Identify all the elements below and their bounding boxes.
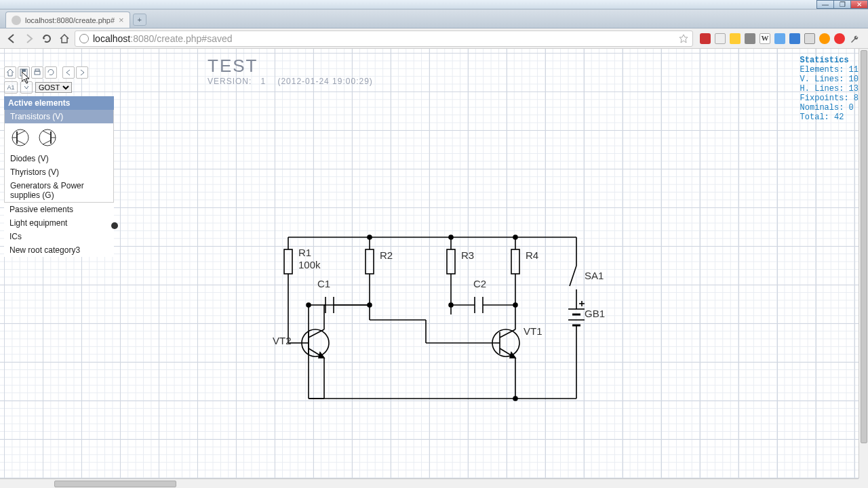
undo-tool-button[interactable]: [62, 66, 75, 79]
svg-text:C1: C1: [317, 278, 330, 289]
svg-rect-12: [447, 249, 455, 274]
svg-rect-78: [22, 69, 26, 72]
sidebar-item-thyristors[interactable]: Thyristors (V): [5, 165, 113, 179]
svg-text:SA1: SA1: [585, 270, 604, 281]
gear-extension-icon[interactable]: [745, 33, 755, 44]
svg-rect-79: [35, 71, 40, 75]
svg-line-65: [570, 266, 576, 286]
ext-icon-3[interactable]: [804, 33, 815, 44]
sidebar-item-passive[interactable]: Passive elements: [4, 203, 114, 216]
canvas[interactable]: TEST VERSION: 1 (2012-01-24 19:00:29) St…: [0, 49, 868, 479]
scroll-corner: [859, 479, 868, 488]
window-close-button[interactable]: ✕: [850, 0, 868, 9]
svg-rect-16: [511, 249, 519, 274]
svg-text:R1: R1: [298, 247, 311, 258]
mail-extension-icon[interactable]: [715, 33, 726, 44]
svg-line-89: [43, 131, 51, 135]
reload-button[interactable]: [39, 31, 54, 46]
transistor-pnp-icon[interactable]: [37, 127, 58, 148]
globe-icon: [79, 34, 89, 43]
refresh-tool-button[interactable]: [45, 66, 57, 79]
browser-tab-strip: localhost:8080/create.php# × +: [0, 9, 868, 28]
url-text: localhost:8080/create.php#saved: [93, 33, 233, 44]
component-sidebar: Active elements Transistors (V) Diodes (…: [4, 96, 114, 257]
forward-button[interactable]: [22, 31, 37, 46]
back-button[interactable]: [4, 31, 19, 46]
svg-point-29: [368, 235, 372, 239]
app-toolbar: [4, 66, 88, 79]
label-tool-button[interactable]: A1: [4, 81, 18, 94]
sidebar-item-light[interactable]: Light equipment: [4, 216, 114, 230]
dropdown-tool-button[interactable]: [20, 81, 33, 94]
app-toolbar-row2: A1 GOST: [4, 81, 72, 94]
sidebar-collapse-button[interactable]: [111, 222, 118, 229]
save-icon: [20, 68, 28, 77]
window-maximize-button[interactable]: ❐: [833, 0, 851, 9]
home-icon: [6, 68, 14, 77]
sidebar-active-category[interactable]: Transistors (V): [5, 110, 113, 123]
svg-line-90: [43, 140, 51, 144]
ext-icon-4[interactable]: [819, 33, 830, 44]
tab-close-icon[interactable]: ×: [119, 15, 124, 25]
svg-rect-80: [35, 69, 39, 71]
chevron-down-icon: [23, 84, 30, 91]
svg-rect-3: [284, 249, 292, 274]
horizontal-scrollbar[interactable]: [0, 479, 859, 488]
extension-icons: W: [696, 33, 864, 44]
svg-line-85: [17, 140, 25, 144]
arrow-left-icon: [64, 68, 73, 77]
w-extension-icon[interactable]: W: [760, 33, 770, 44]
tab-title: localhost:8080/create.php#: [25, 16, 115, 24]
redo-tool-button[interactable]: [76, 66, 88, 79]
transistor-npn-icon[interactable]: [10, 127, 31, 148]
star-extension-icon[interactable]: [730, 33, 741, 44]
arrow-left-icon: [6, 33, 17, 44]
svg-text:VT2: VT2: [273, 335, 292, 346]
standard-select[interactable]: GOST: [35, 82, 72, 93]
browser-tab[interactable]: localhost:8080/create.php# ×: [5, 12, 130, 28]
schematic: R1 100k R2 R3 R4: [0, 49, 854, 479]
svg-text:GB1: GB1: [585, 308, 605, 319]
sidebar-item-diodes[interactable]: Diodes (V): [5, 152, 113, 165]
sidebar-item-ics[interactable]: ICs: [4, 230, 114, 243]
window-minimize-button[interactable]: —: [816, 0, 834, 9]
sidebar-item-generators[interactable]: Generators & Power supplies (G): [5, 179, 113, 202]
home-icon: [59, 33, 70, 44]
svg-line-59: [500, 329, 515, 338]
vertical-scrollbar[interactable]: [859, 49, 868, 479]
print-tool-button[interactable]: [31, 66, 43, 79]
svg-text:R3: R3: [461, 249, 474, 261]
sidebar-header: Active elements: [4, 96, 114, 110]
svg-point-30: [449, 235, 453, 239]
home-tool-button[interactable]: [4, 66, 16, 79]
window-titlebar: — ❐ ✕: [0, 0, 868, 9]
print-icon: [33, 68, 41, 77]
sidebar-item-newroot[interactable]: New root category3: [4, 243, 114, 257]
home-button[interactable]: [57, 31, 72, 46]
wrench-icon[interactable]: [849, 33, 860, 44]
svg-text:100k: 100k: [298, 259, 321, 270]
ext-icon-1[interactable]: [774, 33, 785, 44]
refresh-icon: [47, 68, 55, 77]
svg-line-84: [17, 131, 25, 135]
svg-point-31: [513, 235, 517, 239]
new-tab-button[interactable]: +: [133, 14, 146, 26]
bookmark-star-icon[interactable]: [679, 34, 688, 45]
arrow-right-icon: [24, 33, 35, 44]
browser-nav-toolbar: localhost:8080/create.php#saved W: [0, 28, 868, 49]
reload-icon: [41, 33, 52, 44]
url-bar[interactable]: localhost:8080/create.php#saved: [75, 30, 693, 47]
svg-text:C2: C2: [473, 278, 486, 289]
ext-icon-2[interactable]: [789, 33, 800, 44]
svg-text:R2: R2: [380, 249, 393, 261]
tab-favicon: [12, 16, 21, 25]
arrow-right-icon: [78, 68, 86, 77]
a1-icon: A1: [7, 84, 14, 91]
svg-rect-8: [366, 249, 374, 274]
component-tray: [5, 123, 113, 152]
svg-text:VT1: VT1: [524, 325, 542, 337]
abp-extension-icon[interactable]: [700, 33, 711, 44]
ext-icon-5[interactable]: [834, 33, 845, 44]
svg-text:R4: R4: [526, 249, 538, 261]
save-tool-button[interactable]: [18, 66, 30, 79]
